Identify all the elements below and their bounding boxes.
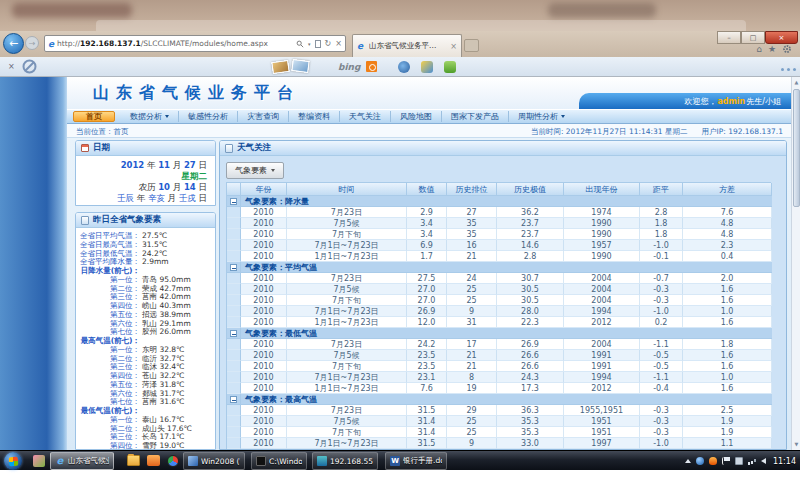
tray-app-icon[interactable] xyxy=(696,457,704,465)
pinned-browser-icon[interactable] xyxy=(167,455,179,467)
table-row[interactable]: 20107月23日31.52936.31955,1951-0.32.5 xyxy=(227,405,770,416)
table-row[interactable]: 20101月1日~7月23日1.7212.81990-0.10.4 xyxy=(227,251,770,262)
taskbar-button[interactable]: e山东省气候业务... xyxy=(50,452,114,470)
row-select-cell[interactable] xyxy=(227,383,241,394)
row-select-cell[interactable] xyxy=(227,427,241,438)
row-select-cell[interactable] xyxy=(227,295,241,306)
table-header-cell[interactable]: 时间 xyxy=(287,183,407,196)
compatibility-view-icon[interactable] xyxy=(315,40,321,48)
tray-app-icon[interactable] xyxy=(709,457,717,465)
browser-back-button[interactable]: ← xyxy=(3,33,24,54)
refresh-icon[interactable]: ↻ xyxy=(325,39,332,48)
nav-item[interactable]: 敏感性分析 xyxy=(179,111,238,122)
address-dropdown-icon[interactable]: ▾ xyxy=(308,41,311,47)
table-row[interactable]: 20107月下旬3.43523.719901.84.8 xyxy=(227,229,770,240)
tab-close-icon[interactable]: × xyxy=(450,42,457,51)
close-button[interactable]: × xyxy=(765,31,798,44)
addon-disabled-icon[interactable] xyxy=(22,59,37,74)
row-select-cell[interactable] xyxy=(227,251,241,262)
row-select-cell[interactable] xyxy=(227,372,241,383)
minimize-button[interactable]: – xyxy=(717,31,741,44)
group-toggle-cell[interactable] xyxy=(227,328,241,339)
table-row[interactable]: 20107月1日~7月23日23.1824.31994-1.11.0 xyxy=(227,372,770,383)
table-row[interactable]: 20107月下旬23.52126.61991-0.51.6 xyxy=(227,361,770,372)
toolbar-addon-icon[interactable] xyxy=(421,61,433,73)
row-select-cell[interactable] xyxy=(227,339,241,350)
table-header-cell[interactable]: 距平 xyxy=(640,183,683,196)
nav-item[interactable]: 周期性分析 xyxy=(509,111,574,122)
row-select-cell[interactable] xyxy=(227,438,241,449)
toolbar-addon-icon[interactable] xyxy=(444,61,456,73)
taskbar-button[interactable]: 192.168.55.99... xyxy=(312,452,378,470)
explorer-folder-icon[interactable] xyxy=(127,455,140,466)
bing-logo[interactable]: bing xyxy=(338,62,360,72)
row-select-cell[interactable] xyxy=(227,306,241,317)
row-select-cell[interactable] xyxy=(227,405,241,416)
toolbar-addon-icon[interactable] xyxy=(398,61,410,73)
new-tab-button[interactable] xyxy=(464,39,479,52)
nav-item[interactable]: 天气关注 xyxy=(340,111,391,122)
scroll-up-icon[interactable]: ▲ xyxy=(793,78,800,87)
volume-icon[interactable] xyxy=(761,458,766,464)
table-row[interactable]: 20101月1日~7月23日7.61917.32012-0.41.6 xyxy=(227,383,770,394)
nav-item[interactable]: 整编资料 xyxy=(289,111,340,122)
table-group-row[interactable]: 气象要素：平均气温 xyxy=(227,262,770,273)
table-row[interactable]: 20107月1日~7月23日31.5933.01997-1.01.1 xyxy=(227,438,770,449)
collapse-icon[interactable] xyxy=(230,264,237,271)
nav-item[interactable]: 灾害查询 xyxy=(238,111,289,122)
row-select-cell[interactable] xyxy=(227,361,241,372)
vertical-scrollbar[interactable]: ▲ ▼ xyxy=(791,77,800,450)
table-row[interactable]: 20107月23日2.92736.219742.87.6 xyxy=(227,207,770,218)
select-all-cell[interactable] xyxy=(227,183,241,196)
show-hidden-icons-icon[interactable] xyxy=(685,459,691,463)
scrollbar-thumb[interactable] xyxy=(793,89,800,207)
table-header-cell[interactable]: 数值 xyxy=(407,183,447,196)
row-select-cell[interactable] xyxy=(227,284,241,295)
settings-gear-icon[interactable] xyxy=(782,44,792,54)
taskbar-button[interactable]: W银行手册.docx ... xyxy=(385,452,447,470)
display-icon[interactable] xyxy=(735,457,743,465)
favorites-star-icon[interactable]: ★ xyxy=(768,44,776,54)
group-toggle-cell[interactable] xyxy=(227,196,241,207)
toolbar-overflow-icon[interactable] xyxy=(781,68,784,71)
element-filter-button[interactable]: 气象要素 xyxy=(226,162,284,179)
row-select-cell[interactable] xyxy=(227,416,241,427)
table-header-cell[interactable]: 历史排位 xyxy=(447,183,497,196)
bing-app-icon[interactable] xyxy=(366,61,377,72)
table-header-cell[interactable]: 年份 xyxy=(241,183,287,196)
addon-bar-close-icon[interactable]: × xyxy=(8,62,15,71)
table-row[interactable]: 20107月5候3.43523.719901.84.8 xyxy=(227,218,770,229)
action-center-flag-icon[interactable] xyxy=(722,457,730,465)
nav-item[interactable]: 国家下发产品 xyxy=(442,111,509,122)
table-group-row[interactable]: 气象要素：最低气温 xyxy=(227,328,770,339)
taskbar-clock[interactable]: 11:14 xyxy=(771,457,796,466)
nav-item[interactable]: 风险地图 xyxy=(391,111,442,122)
table-row[interactable]: 20107月23日24.21726.92004-1.11.8 xyxy=(227,339,770,350)
row-select-cell[interactable] xyxy=(227,240,241,251)
home-icon[interactable]: ⌂ xyxy=(756,44,762,54)
pinned-app-icon[interactable] xyxy=(147,455,160,466)
tab-title[interactable]: 山东省气候业务平... xyxy=(369,41,447,51)
row-select-cell[interactable] xyxy=(227,207,241,218)
row-select-cell[interactable] xyxy=(227,229,241,240)
toolbar-image-icon[interactable] xyxy=(291,59,309,73)
table-row[interactable]: 20107月5候23.52126.61991-0.51.6 xyxy=(227,350,770,361)
table-header-cell[interactable]: 历史极值 xyxy=(497,183,564,196)
table-row[interactable]: 20107月1日~7月23日6.91614.61957-1.02.3 xyxy=(227,240,770,251)
table-row[interactable]: 20107月1日~7月23日26.9928.01994-1.01.0 xyxy=(227,306,770,317)
network-icon[interactable] xyxy=(748,457,756,465)
collapse-icon[interactable] xyxy=(230,330,237,337)
nav-item[interactable]: 首页 xyxy=(73,111,115,122)
row-select-cell[interactable] xyxy=(227,317,241,328)
address-bar[interactable]: e http://192.168.137.1/SLCCLIMATE/module… xyxy=(44,35,346,52)
taskbar-button[interactable]: C:\Windows\s... xyxy=(251,452,307,470)
table-group-row[interactable]: 气象要素：最高气温 xyxy=(227,394,770,405)
quick-launch-icon[interactable] xyxy=(33,455,45,467)
maximize-button[interactable]: □ xyxy=(741,31,765,44)
table-group-row[interactable]: 气象要素：降水量 xyxy=(227,196,770,207)
collapse-icon[interactable] xyxy=(230,198,237,205)
nav-item[interactable]: 数据分析 xyxy=(121,111,179,122)
table-row[interactable]: 20101月1日~7月23日12.03122.320120.21.6 xyxy=(227,317,770,328)
row-select-cell[interactable] xyxy=(227,218,241,229)
toolbar-image-icon[interactable] xyxy=(271,60,290,74)
